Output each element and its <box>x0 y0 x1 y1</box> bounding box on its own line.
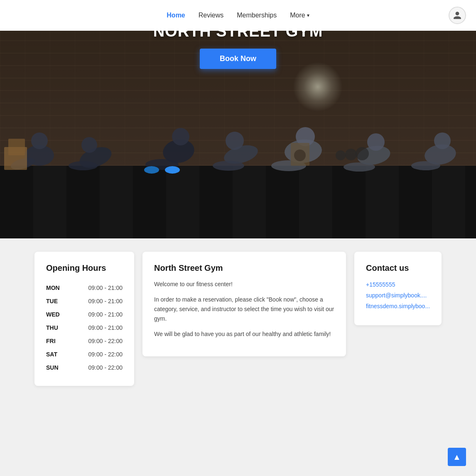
day-label: FRI <box>46 338 63 344</box>
contact-phone[interactable]: +15555555 <box>366 281 430 288</box>
day-label: SAT <box>46 351 63 358</box>
hours-row: TUE 09:00 - 21:00 <box>46 294 123 308</box>
person-icon <box>453 11 462 20</box>
day-hours: 09:00 - 21:00 <box>88 298 123 304</box>
day-hours: 09:00 - 22:00 <box>88 338 123 344</box>
svg-point-27 <box>356 147 369 160</box>
hours-table: MON 09:00 - 21:00 TUE 09:00 - 21:00 WED … <box>46 281 123 374</box>
hours-row: SUN 09:00 - 22:00 <box>46 361 123 374</box>
hero-section: NORTH STREET GYM Book Now <box>0 31 476 238</box>
info-welcome: Welcome to our fitness center! <box>154 280 334 289</box>
day-label: WED <box>46 311 63 318</box>
nav-home[interactable]: Home <box>167 12 185 19</box>
svg-point-25 <box>336 150 346 160</box>
nav-memberships[interactable]: Memberships <box>237 12 277 19</box>
contact-website[interactable]: fitnessdemo.simplyboo... <box>366 303 430 309</box>
chevron-down-icon: ▾ <box>307 12 309 18</box>
hours-row: SAT 09:00 - 22:00 <box>46 348 123 361</box>
contact-email[interactable]: support@simplybook.... <box>366 292 430 299</box>
nav-more[interactable]: More ▾ <box>290 12 309 19</box>
day-hours: 09:00 - 21:00 <box>88 324 123 331</box>
svg-point-26 <box>345 149 357 160</box>
hero-content: NORTH STREET GYM Book Now <box>0 31 476 69</box>
user-avatar-button[interactable] <box>449 7 466 24</box>
day-label: SUN <box>46 364 63 371</box>
svg-point-29 <box>294 150 306 161</box>
info-paragraph1: In order to make a reservation, please c… <box>154 295 334 324</box>
nav-links: Home Reviews Memberships More ▾ <box>167 12 309 19</box>
info-paragraph2: We will be glad to have you as part of o… <box>154 329 334 339</box>
day-hours: 09:00 - 22:00 <box>88 364 123 371</box>
info-card: North Street Gym Welcome to our fitness … <box>142 252 346 356</box>
contact-title: Contact us <box>366 263 430 273</box>
day-hours: 09:00 - 21:00 <box>88 311 123 318</box>
navbar: Home Reviews Memberships More ▾ <box>0 0 476 31</box>
hours-row: MON 09:00 - 21:00 <box>46 281 123 294</box>
day-hours: 09:00 - 21:00 <box>88 285 123 291</box>
day-label: TUE <box>46 298 63 304</box>
day-label: THU <box>46 324 63 331</box>
info-card-title: North Street Gym <box>154 263 334 273</box>
hero-title: NORTH STREET GYM <box>153 31 323 40</box>
day-label: MON <box>46 285 63 291</box>
day-hours: 09:00 - 22:00 <box>88 351 123 358</box>
nav-reviews[interactable]: Reviews <box>199 12 223 19</box>
opening-hours-title: Opening Hours <box>46 263 123 273</box>
opening-hours-card: Opening Hours MON 09:00 - 21:00 TUE 09:0… <box>34 252 134 386</box>
book-now-button[interactable]: Book Now <box>200 49 276 69</box>
hours-row: WED 09:00 - 21:00 <box>46 308 123 321</box>
content-section: Opening Hours MON 09:00 - 21:00 TUE 09:0… <box>0 238 476 406</box>
svg-rect-24 <box>8 139 25 155</box>
contact-card: Contact us +15555555 support@simplybook.… <box>354 252 442 325</box>
hours-row: THU 09:00 - 21:00 <box>46 321 123 334</box>
hours-row: FRI 09:00 - 22:00 <box>46 334 123 348</box>
gym-equipment-svg <box>0 130 476 180</box>
